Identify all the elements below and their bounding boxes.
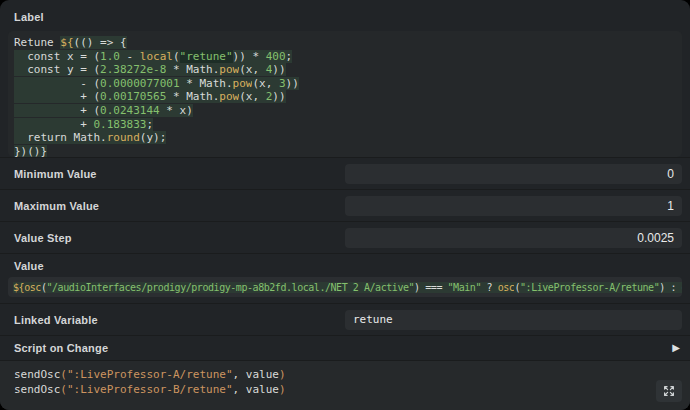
code-token: pow (219, 63, 239, 76)
code-line: const y = (2.38272e-8 * Math.pow(x, 4)) (14, 63, 676, 77)
code-token: ( (173, 50, 180, 63)
row-value: Value ${osc("/audioInterfaces/prodigy/pr… (0, 253, 690, 303)
code-token: + ( (14, 90, 100, 103)
code-token: 400 (266, 50, 286, 63)
properties-panel: Label Retune ${(() => { const x = (1.0 -… (0, 0, 690, 410)
code-token: sendOsc (14, 383, 60, 396)
code-token: pow (233, 77, 253, 90)
code-token: , value (233, 383, 279, 396)
code-token: (x, (252, 77, 279, 90)
minimum-value-label: Minimum Value (14, 168, 97, 180)
maximum-value-label: Maximum Value (14, 200, 99, 212)
code-token: + (14, 118, 93, 131)
row-linked-variable: Linked Variable (0, 303, 690, 335)
code-token: ":LiveProfessor-A/retune" (520, 282, 659, 293)
code-token: Math. (199, 77, 232, 90)
code-line: sendOsc(":LiveProfessor-A/retune", value… (14, 368, 682, 383)
code-token: 3 (279, 77, 286, 90)
code-token: const y = ( (14, 63, 100, 76)
code-token: osc (24, 282, 41, 293)
code-token: 0.183833 (93, 118, 146, 131)
code-token: ) (279, 383, 286, 396)
code-token: 0.0000077001 (100, 77, 179, 90)
code-token: "/audioInterfaces/prodigy/prodigy-mp-a8b… (46, 282, 414, 293)
code-token: * x) (160, 104, 193, 117)
code-token: ( (60, 383, 67, 396)
row-maximum-value: Maximum Value (0, 189, 690, 221)
code-token: )) (286, 77, 299, 90)
code-token: )) (272, 63, 285, 76)
code-token: )) (272, 90, 285, 103)
code-token: (y); (140, 131, 167, 144)
code-token: Math. (186, 90, 219, 103)
code-token: ${ (13, 282, 24, 293)
code-token: "Main" (448, 282, 481, 293)
code-line: return Math.round(y); (14, 131, 676, 145)
code-token: (x, (239, 63, 266, 76)
code-token: + ( (14, 104, 100, 117)
code-token: 0.0243144 (100, 104, 160, 117)
expand-panel-button[interactable] (656, 380, 682, 402)
linked-variable-input[interactable] (345, 310, 682, 330)
code-token: ) : (659, 282, 681, 293)
value-label: Value (8, 259, 682, 277)
code-token: )) * (233, 50, 266, 63)
code-line: + (0.0243144 * x) (14, 104, 676, 118)
code-token: ( (60, 368, 67, 381)
code-token: 2.38272e-8 (100, 63, 166, 76)
code-token: 1.0 (100, 50, 120, 63)
code-line: const x = (1.0 - local("retune")) * 400; (14, 50, 676, 64)
code-token: ) (279, 368, 286, 381)
minimum-value-input[interactable] (345, 164, 682, 184)
label-field-title: Label (8, 9, 682, 31)
value-step-input[interactable] (345, 228, 682, 248)
row-script-on-change[interactable]: Script on Change ▶ (0, 335, 690, 360)
script-on-change-editor[interactable]: sendOsc(":LiveProfessor-A/retune", value… (0, 360, 690, 410)
code-token: 0.00170565 (100, 90, 166, 103)
code-token: ${ (60, 36, 73, 49)
code-token: ) === (414, 282, 447, 293)
label-field-section: Label Retune ${(() => { const x = (1.0 -… (0, 0, 690, 157)
code-token: * (166, 90, 186, 103)
collapse-triangle-icon[interactable]: ▶ (672, 343, 680, 353)
code-token: sendOsc (14, 368, 60, 381)
code-token: round (107, 131, 140, 144)
code-token: ; (286, 50, 293, 63)
code-line: })()} (14, 145, 676, 157)
code-token: (() => { (74, 36, 127, 49)
code-line: Retune ${(() => { (14, 36, 676, 50)
row-value-step: Value Step (0, 221, 690, 253)
code-token: pow (219, 90, 239, 103)
code-token: })()} (14, 145, 47, 157)
code-line: + 0.183833; (14, 118, 676, 132)
code-token: "retune" (180, 50, 233, 63)
label-code-editor[interactable]: Retune ${(() => { const x = (1.0 - local… (8, 31, 682, 157)
code-token: - (120, 50, 140, 63)
code-token: * (180, 77, 200, 90)
code-token: - ( (14, 77, 100, 90)
code-token: Math. (186, 63, 219, 76)
code-token: * (166, 63, 186, 76)
code-token: local (140, 50, 173, 63)
expand-arrows-icon (662, 384, 676, 398)
code-line: + (0.00170565 * Math.pow(x, 2)) (14, 90, 676, 104)
maximum-value-input[interactable] (345, 196, 682, 216)
code-token: osc (498, 282, 515, 293)
value-expression-input[interactable]: ${osc("/audioInterfaces/prodigy/prodigy-… (8, 277, 682, 297)
value-step-label: Value Step (14, 232, 72, 244)
code-token: return (14, 131, 74, 144)
code-token: ; (146, 118, 153, 131)
code-line: - (0.0000077001 * Math.pow(x, 3)) (14, 77, 676, 91)
code-token: ":LiveProfessor-A/retune" (67, 368, 233, 381)
code-line: sendOsc(":LiveProfessor-B/retune", value… (14, 383, 682, 398)
code-token: ":LiveProfessor-B/retune" (67, 383, 233, 396)
code-token: const x = ( (14, 50, 100, 63)
row-minimum-value: Minimum Value (0, 157, 690, 189)
code-token: , value (233, 368, 279, 381)
code-token: Math. (74, 131, 107, 144)
code-token: (x, (239, 90, 266, 103)
value-expression-text: ${osc("/audioInterfaces/prodigy/prodigy-… (13, 282, 682, 293)
script-on-change-label: Script on Change (14, 342, 108, 354)
code-token: Retune (14, 36, 60, 49)
linked-variable-label: Linked Variable (14, 314, 98, 326)
